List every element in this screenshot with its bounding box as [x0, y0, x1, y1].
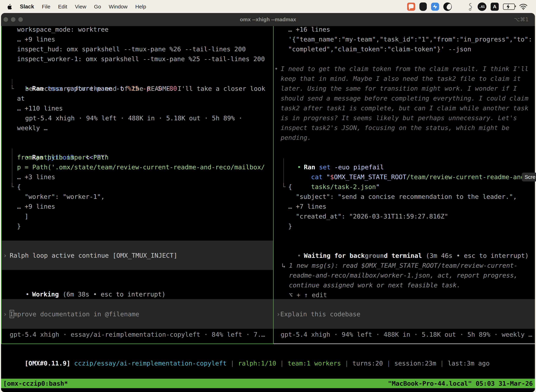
- chat-app-icon[interactable]: [407, 3, 415, 11]
- menu-item-help[interactable]: Help: [135, 4, 146, 10]
- menu-item-go[interactable]: Go: [94, 4, 101, 10]
- crescent-app-icon[interactable]: [443, 2, 452, 11]
- grid-dots-icon[interactable]: [456, 3, 463, 10]
- tmux-session-label[interactable]: [omx-cczip0:bash*: [3, 380, 68, 387]
- desktop: Slack File Edit View Go Window Help ..61…: [0, 0, 536, 392]
- menu-item-window[interactable]: Window: [109, 4, 128, 10]
- battery-icon[interactable]: [503, 4, 515, 10]
- window-shortcut-badge: ⌥⌘1: [514, 13, 529, 26]
- count-badge-icon[interactable]: ..61: [478, 2, 486, 11]
- blue-bolt-icon[interactable]: [431, 3, 439, 11]
- input-source-icon[interactable]: A: [491, 3, 499, 11]
- tmux-status-bar: [omx-cczip0:bash* "MacBook-Pro-44.local"…: [1, 379, 535, 388]
- tmux-host-clock: "MacBook-Pro-44.local" 05:03 31-Mar-26: [388, 380, 533, 387]
- window-title-bar[interactable]: omx --xhigh --madmax ⌥⌘1: [1, 13, 535, 26]
- menu-bar: Slack File Edit View Go Window Help ..61…: [0, 0, 536, 13]
- menu-item-file[interactable]: File: [42, 4, 50, 10]
- menu-item-view[interactable]: View: [75, 4, 86, 10]
- window-title: omx --xhigh --madmax: [1, 13, 535, 26]
- keypad-shield-icon[interactable]: [419, 2, 427, 11]
- wifi-icon[interactable]: [519, 3, 527, 10]
- squiggle-icon[interactable]: [467, 3, 474, 11]
- apple-menu-icon[interactable]: [7, 4, 12, 10]
- menu-app-name[interactable]: Slack: [20, 4, 34, 10]
- menu-item-edit[interactable]: Edit: [58, 4, 67, 10]
- terminal-window: omx --xhigh --madmax ⌥⌘1 [omx-cczip0:bas…: [1, 13, 535, 392]
